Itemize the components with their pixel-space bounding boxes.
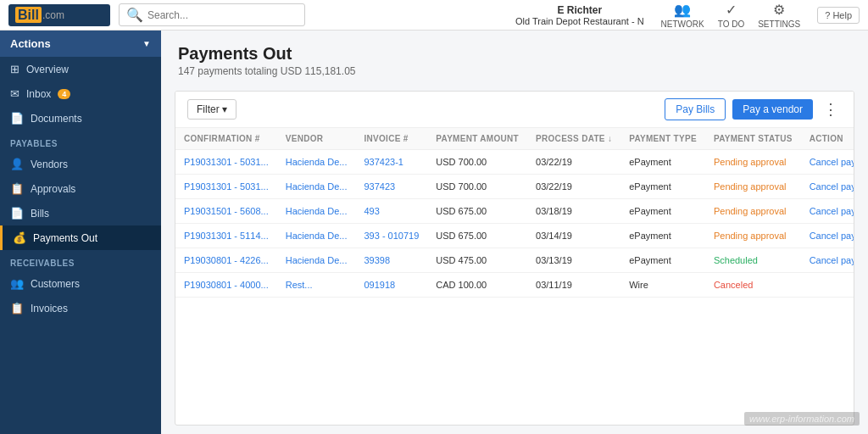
search-input[interactable] — [147, 9, 298, 21]
toolbar-right: Pay Bills Pay a vendor ⋮ — [665, 98, 842, 120]
vendor-link[interactable]: Hacienda De... — [286, 255, 348, 265]
status-badge: Pending approval — [714, 206, 787, 216]
actions-label: Actions — [10, 37, 51, 50]
network-icon: 👥 — [674, 2, 691, 18]
sidebar-item-label: Customers — [31, 278, 80, 290]
payments-table: CONFIRMATION # VENDOR INVOICE # PAYMENT … — [175, 128, 854, 298]
status-badge: Pending approval — [714, 181, 787, 192]
confirmation-link[interactable]: P19030801 - 4226... — [184, 255, 269, 265]
invoice-link[interactable]: 091918 — [364, 280, 395, 290]
sidebar-item-label: Payments Out — [33, 232, 97, 244]
cell-status: Pending approval — [705, 150, 801, 175]
vendor-link[interactable]: Rest... — [286, 280, 313, 290]
invoice-link[interactable]: 39398 — [364, 255, 390, 265]
invoice-link[interactable]: 393 - 010719 — [364, 231, 419, 241]
sidebar-item-approvals[interactable]: 📋 Approvals — [0, 176, 161, 201]
confirmation-link[interactable]: P19030801 - 4000... — [184, 280, 269, 290]
cell-process-date: 03/11/19 — [527, 273, 620, 298]
cell-status: Pending approval — [705, 224, 801, 248]
pay-vendor-button[interactable]: Pay a vendor — [732, 99, 813, 120]
payments-out-icon: 💰 — [13, 231, 26, 244]
cell-amount: USD 700.00 — [427, 150, 527, 175]
cell-amount: USD 700.00 — [427, 175, 527, 199]
col-confirmation: CONFIRMATION # — [175, 128, 277, 150]
cancel-payment-link[interactable]: Cancel paymen... — [810, 231, 854, 241]
cell-vendor: Hacienda De... — [277, 199, 356, 224]
table-scroll: CONFIRMATION # VENDOR INVOICE # PAYMENT … — [175, 128, 854, 425]
help-button[interactable]: ? Help — [817, 7, 860, 24]
cancel-payment-link[interactable]: Cancel paymen... — [810, 255, 854, 265]
cell-invoice: 937423 — [355, 175, 427, 199]
table-row: P19031501 - 5608... Hacienda De... 493 U… — [175, 199, 854, 224]
network-icon-item[interactable]: 👥 NETWORK — [661, 2, 704, 29]
inbox-icon: ✉ — [10, 87, 19, 100]
content-area: Payments Out 147 payments totaling USD 1… — [161, 31, 868, 434]
cell-payment-type: ePayment — [620, 199, 705, 224]
status-badge: Pending approval — [714, 157, 787, 167]
cell-invoice: 393 - 010719 — [355, 224, 427, 248]
sidebar-item-documents[interactable]: 📄 Documents — [0, 106, 161, 131]
vendor-link[interactable]: Hacienda De... — [286, 231, 348, 241]
cell-invoice: 39398 — [355, 248, 427, 273]
table-row: P19031301 - 5114... Hacienda De... 393 -… — [175, 224, 854, 248]
sidebar-item-payments-out[interactable]: 💰 Payments Out — [0, 225, 161, 250]
todo-icon-item[interactable]: ✓ TO DO — [718, 2, 744, 29]
cell-payment-type: Wire — [620, 273, 705, 298]
vendor-link[interactable]: Hacienda De... — [286, 157, 348, 167]
cell-process-date: 03/22/19 — [527, 175, 620, 199]
cell-confirmation: P19031301 - 5031... — [175, 175, 277, 199]
payables-label: PAYABLES — [0, 131, 161, 152]
cell-status: Pending approval — [705, 175, 801, 199]
nav-right: E Richter Old Train Depot Restaurant - N… — [515, 2, 860, 29]
more-options-icon[interactable]: ⋮ — [820, 100, 842, 119]
confirmation-link[interactable]: P19031301 - 5031... — [184, 181, 269, 192]
invoices-icon: 📋 — [10, 302, 24, 314]
cell-action: Cancel paymen... — [801, 224, 854, 248]
cell-status: Pending approval — [705, 199, 801, 224]
cell-invoice: 091918 — [355, 273, 427, 298]
sidebar-item-overview[interactable]: ⊞ Overview — [0, 57, 161, 81]
cell-invoice: 937423-1 — [355, 150, 427, 175]
sidebar-item-vendors[interactable]: 👤 Vendors — [0, 152, 161, 176]
confirmation-link[interactable]: P19031301 - 5114... — [184, 231, 269, 241]
user-name: E Richter — [515, 4, 644, 16]
cancel-payment-link[interactable]: Cancel paymen... — [810, 181, 854, 192]
cell-action: Cancel paymen... — [801, 248, 854, 273]
col-payment-type: PAYMENT TYPE — [620, 128, 705, 150]
sidebar: Actions ▼ ⊞ Overview ✉ Inbox 4 📄 Documen… — [0, 31, 161, 434]
pay-bills-button[interactable]: Pay Bills — [665, 98, 726, 120]
vendor-link[interactable]: Hacienda De... — [286, 181, 348, 192]
sidebar-item-invoices[interactable]: 📋 Invoices — [0, 296, 161, 320]
cancel-payment-link[interactable]: Cancel paymen... — [810, 157, 854, 167]
invoice-link[interactable]: 493 — [364, 206, 379, 216]
confirmation-link[interactable]: P19031501 - 5608... — [184, 206, 269, 216]
invoice-link[interactable]: 937423 — [364, 181, 395, 192]
logo-com: .com — [42, 9, 64, 21]
sidebar-actions-button[interactable]: Actions ▼ — [0, 31, 161, 57]
cell-action — [801, 273, 854, 298]
confirmation-link[interactable]: P19031301 - 5031... — [184, 157, 269, 167]
top-nav: Bill .com 🔍 E Richter Old Train Depot Re… — [0, 0, 868, 31]
sidebar-item-bills[interactable]: 📄 Bills — [0, 201, 161, 225]
cell-vendor: Hacienda De... — [277, 175, 356, 199]
cancel-payment-link[interactable]: Cancel paymen... — [810, 206, 854, 216]
filter-button[interactable]: Filter ▾ — [187, 99, 236, 120]
gear-icon: ⚙ — [773, 2, 785, 18]
sidebar-item-inbox[interactable]: ✉ Inbox 4 — [0, 81, 161, 106]
cell-invoice: 493 — [355, 199, 427, 224]
cell-payment-type: ePayment — [620, 224, 705, 248]
content-header: Payments Out 147 payments totaling USD 1… — [161, 31, 868, 82]
cell-amount: USD 475.00 — [427, 248, 527, 273]
settings-icon-item[interactable]: ⚙ SETTINGS — [758, 2, 800, 29]
sidebar-item-label: Vendors — [31, 159, 68, 170]
sidebar-item-customers[interactable]: 👥 Customers — [0, 271, 161, 296]
logo: Bill .com — [8, 4, 110, 26]
cell-process-date: 03/18/19 — [527, 199, 620, 224]
search-bar[interactable]: 🔍 — [119, 3, 305, 26]
status-badge: Canceled — [714, 280, 753, 290]
cell-vendor: Hacienda De... — [277, 150, 356, 175]
vendor-link[interactable]: Hacienda De... — [286, 206, 348, 216]
cell-amount: CAD 100.00 — [427, 273, 527, 298]
cell-action: Cancel paymen... — [801, 150, 854, 175]
invoice-link[interactable]: 937423-1 — [364, 157, 403, 167]
